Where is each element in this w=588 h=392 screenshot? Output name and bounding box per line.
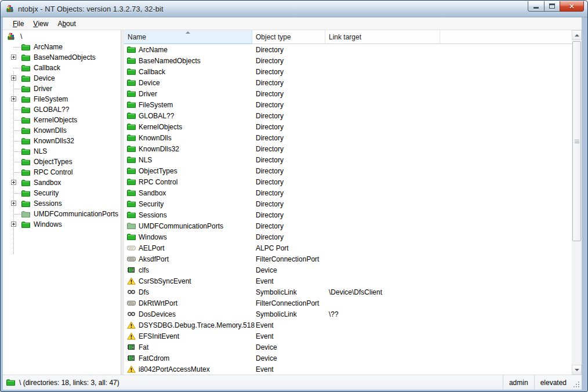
tree-item-kernelobjects[interactable]: KernelObjects: [3, 115, 121, 125]
thumb-gripper-icon: [575, 140, 579, 143]
tree-connector-line: [13, 141, 21, 141]
tree-item-global[interactable]: GLOBAL??: [3, 104, 121, 115]
cell-name: FatCdrom: [124, 354, 252, 362]
list-row-dsysdbg-debug-trace-memory-518[interactable]: DSYSDBG.Debug.Trace.Memory.518Event: [124, 320, 572, 331]
expand-plus-icon[interactable]: [11, 75, 16, 81]
menu-about[interactable]: About: [53, 17, 80, 30]
filter-port-icon: [127, 255, 136, 263]
tree-item-arcname[interactable]: ArcName: [3, 42, 121, 52]
list-row-kernelobjects[interactable]: KernelObjectsDirectory: [124, 121, 572, 132]
list-row-dkrtwrtport[interactable]: DkRtWrtPortFilterConnectionPort: [124, 297, 572, 308]
menu-file[interactable]: File: [8, 17, 28, 30]
tree-item-label: KnownDlls: [34, 126, 67, 135]
folder-icon: [127, 46, 136, 54]
list-row-nls[interactable]: NLSDirectory: [124, 154, 572, 165]
folder-icon: [21, 220, 31, 228]
event-icon: [127, 277, 136, 285]
list-row-windows[interactable]: WindowsDirectory: [124, 231, 572, 242]
column-header-link-target[interactable]: Link target: [325, 30, 440, 44]
resize-grip[interactable]: [572, 375, 582, 390]
list-row-global[interactable]: GLOBAL??Directory: [124, 110, 572, 121]
tree-item-basenamedobjects[interactable]: BaseNamedObjects: [3, 52, 121, 63]
tree-item-security[interactable]: Security: [3, 188, 121, 198]
cell-object-type: Directory: [252, 68, 325, 76]
tree-item-label: GLOBAL??: [34, 106, 69, 114]
scroll-down-button[interactable]: [572, 365, 582, 375]
tree-item-filesystem[interactable]: FileSystem: [3, 94, 121, 104]
list-row-objecttypes[interactable]: ObjectTypesDirectory: [124, 165, 572, 176]
tree-item-sessions[interactable]: Sessions: [3, 198, 121, 209]
list-panel: Name Object type Link target ArcNameDire…: [124, 30, 582, 375]
list-row-dfs[interactable]: DfsSymbolicLink\Device\DfsClient: [124, 286, 572, 297]
close-button[interactable]: ✕: [560, 1, 584, 12]
cell-object-type: Directory: [252, 79, 325, 87]
row-name: Device: [139, 79, 160, 87]
list-row-driver[interactable]: DriverDirectory: [124, 88, 572, 99]
list-row-fat[interactable]: FatDevice: [124, 342, 572, 353]
tree-item-knowndlls32[interactable]: KnownDlls32: [3, 136, 121, 146]
list-row-security[interactable]: SecurityDirectory: [124, 198, 572, 209]
list-row-fatcdrom[interactable]: FatCdromDevice: [124, 353, 572, 364]
cell-name: Callback: [124, 68, 252, 76]
list-row-aksdfport[interactable]: AksdfPortFilterConnectionPort: [124, 253, 572, 264]
list-row-efsinitevent[interactable]: EFSInitEventEvent: [124, 331, 572, 342]
maximize-button[interactable]: [544, 1, 560, 12]
tree-panel[interactable]: \ ArcNameBaseNamedObjectsCallbackDeviceD…: [3, 30, 121, 375]
row-name: Dfs: [139, 288, 149, 296]
column-header-name[interactable]: Name: [124, 30, 252, 44]
tree-item-umdfcommunicationports[interactable]: UMDFCommunicationPorts: [3, 209, 121, 219]
expand-plus-icon[interactable]: [11, 96, 16, 101]
tree-item-sandbox[interactable]: Sandbox: [3, 177, 121, 188]
list-body: ArcNameDirectoryBaseNamedObjectsDirector…: [124, 44, 572, 375]
tree-item-callback[interactable]: Callback: [3, 63, 121, 73]
list-row-i8042portaccessmutex[interactable]: i8042PortAccessMutexEvent: [124, 364, 572, 375]
row-name: Fat: [139, 343, 148, 351]
list-row-umdfcommunicationports[interactable]: UMDFCommunicationPortsDirectory: [124, 220, 572, 231]
folder-icon: [127, 200, 136, 208]
tree-item-rpc-control[interactable]: RPC Control: [3, 167, 121, 177]
list-row-dosdevices[interactable]: DosDevicesSymbolicLink\??: [124, 308, 572, 320]
list-row-sandbox[interactable]: SandboxDirectory: [124, 187, 572, 198]
column-header-object-type[interactable]: Object type: [252, 30, 325, 44]
sort-ascending-icon: [186, 31, 190, 34]
tree-item-knowndlls[interactable]: KnownDlls: [3, 125, 121, 136]
tree-root-item[interactable]: \: [3, 31, 121, 42]
tree-item-windows[interactable]: Windows: [3, 219, 121, 230]
list-row-sessions[interactable]: SessionsDirectory: [124, 209, 572, 220]
list-row-device[interactable]: DeviceDirectory: [124, 77, 572, 88]
list-row-arcname[interactable]: ArcNameDirectory: [124, 44, 572, 55]
expand-plus-icon[interactable]: [11, 180, 16, 185]
cell-name: ArcName: [124, 46, 252, 54]
list-row-aelport[interactable]: AELPortALPC Port: [124, 242, 572, 253]
list-row-csrsbsyncevent[interactable]: CsrSbSyncEventEvent: [124, 275, 572, 286]
list-row-callback[interactable]: CallbackDirectory: [124, 66, 572, 77]
cell-object-type: Directory: [252, 90, 325, 98]
folder-icon: [127, 90, 136, 98]
tree-item-driver[interactable]: Driver: [3, 84, 121, 94]
list-row-knowndlls32[interactable]: KnownDlls32Directory: [124, 143, 572, 154]
folder-icon: [127, 134, 136, 142]
tree-connector-line: [13, 151, 21, 152]
expand-plus-icon[interactable]: [11, 222, 16, 227]
list-row-basenamedobjects[interactable]: BaseNamedObjectsDirectory: [124, 55, 572, 66]
titlebar[interactable]: ntobjx - NT Objects: version 1.3.2.73, 3…: [1, 1, 587, 17]
row-name: KnownDlls32: [139, 145, 179, 153]
cell-name: FileSystem: [124, 101, 252, 109]
folder-icon: [127, 123, 136, 131]
scroll-up-button[interactable]: [572, 30, 582, 40]
tree-item-nls[interactable]: NLS: [3, 146, 121, 157]
cell-object-type: Event: [252, 321, 325, 329]
scrollbar-thumb[interactable]: [572, 41, 581, 241]
vertical-scrollbar[interactable]: [572, 30, 582, 375]
row-name: Windows: [139, 233, 167, 241]
menu-view[interactable]: View: [28, 17, 53, 30]
expand-plus-icon[interactable]: [11, 201, 16, 206]
list-row-rpc-control[interactable]: RPC ControlDirectory: [124, 176, 572, 187]
minimize-button[interactable]: [528, 1, 545, 12]
tree-item-objecttypes[interactable]: ObjectTypes: [3, 157, 121, 167]
list-row-filesystem[interactable]: FileSystemDirectory: [124, 99, 572, 110]
list-row-clfs[interactable]: clfsDevice: [124, 264, 572, 275]
expand-plus-icon[interactable]: [11, 55, 16, 60]
list-row-knowndlls[interactable]: KnownDllsDirectory: [124, 132, 572, 143]
tree-item-device[interactable]: Device: [3, 73, 121, 84]
